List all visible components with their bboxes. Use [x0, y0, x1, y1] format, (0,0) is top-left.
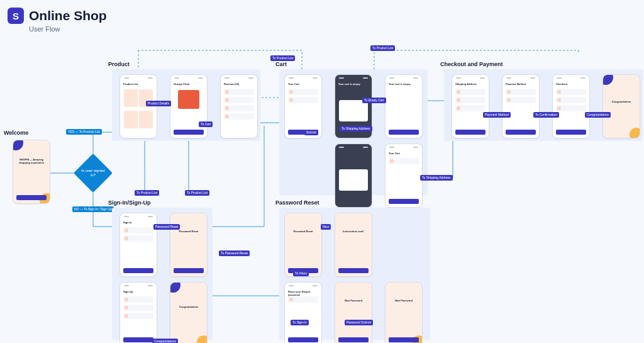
- instructions-title: Instructions sent!: [338, 230, 369, 233]
- cart-empty-title2: Your cart is empty: [389, 82, 419, 86]
- reviews-title: Reviews (16): [224, 82, 254, 86]
- edge-to-shipping: To Shipping Address: [340, 126, 372, 132]
- signup-done-title: Congratulations: [174, 305, 204, 308]
- splash-title: SHOPIN — Amazing shopping experience: [16, 158, 47, 164]
- section-cart-label: Cart: [275, 61, 287, 67]
- edge-submit: Submit: [304, 130, 318, 135]
- edge-payment-method: Payment Method: [483, 112, 511, 118]
- screen-instructions[interactable]: Instructions sent!: [335, 213, 372, 277]
- screen-new-pw[interactable]: New Password: [335, 282, 372, 343]
- edge-to-prodlist-signin: To Product List: [135, 190, 159, 196]
- shipping-title: Shipping Address: [455, 82, 486, 86]
- edge-no-signin: NO — To Sign-In / Sign Up: [72, 206, 114, 212]
- payment-title: Payment Method: [506, 82, 536, 86]
- cart-empty-title: Your cart is empty: [338, 82, 369, 86]
- new-pw-title: New Password: [338, 299, 369, 302]
- edge-to-signin: To Sign-In: [291, 320, 309, 325]
- edge-congrats-signup: Congratulations: [152, 339, 178, 343]
- screen-checkout[interactable]: Checkout: [552, 74, 590, 138]
- product-list-title: Product List: [123, 82, 153, 86]
- edge-pw-reset: Password Reset: [153, 224, 180, 230]
- screen-product-detail[interactable]: Orange Chair: [170, 74, 208, 138]
- edge-to-shipping2: To Shipping Address: [420, 175, 453, 181]
- screen-cart-summary[interactable]: Your Cart: [385, 143, 423, 208]
- section-pwreset-label: Password Reset: [275, 200, 319, 206]
- screen-pw-reset-prompt[interactable]: Password Reset: [170, 213, 208, 277]
- screen-shipping[interactable]: Shipping Address: [452, 74, 489, 138]
- edge-pw-submit: Password Submit: [345, 320, 373, 325]
- screen-cart[interactable]: Your Cart: [284, 74, 322, 138]
- screen-pw-reset[interactable]: Password Reset: [284, 213, 322, 277]
- screen-payment[interactable]: Payment Method: [502, 74, 540, 138]
- edge-confirmation: To Confirmation: [533, 112, 559, 118]
- screen-congrats[interactable]: Congratulations: [602, 74, 640, 138]
- pw-reset-title2: Password Reset: [288, 230, 318, 233]
- edge-to-prodlist-pw: To Product List: [185, 190, 209, 196]
- section-welcome-label: Welcome: [4, 130, 28, 136]
- screen-cart-modal2[interactable]: [335, 143, 372, 208]
- screen-new-pw-done[interactable]: New Password: [385, 282, 423, 343]
- decision-label: Is user signed in?: [79, 159, 107, 187]
- pwreset-title: Password Reset: [174, 230, 204, 233]
- screen-splash[interactable]: SHOPIN — Amazing shopping experience: [13, 140, 50, 204]
- section-checkout-label: Checkout and Payment: [440, 61, 503, 67]
- checkout-title: Checkout: [556, 82, 586, 86]
- congrats-title: Congratulations: [606, 100, 636, 103]
- cart-title2: Your Cart: [389, 152, 419, 155]
- edge-product-details: Product Details: [146, 101, 171, 106]
- decision-signed-in[interactable]: Is user signed in?: [74, 154, 113, 193]
- screen-cart-empty[interactable]: Your cart is empty: [385, 74, 423, 138]
- screen-signin[interactable]: Sign In: [119, 213, 157, 277]
- screen-product-list[interactable]: Product List: [119, 74, 157, 138]
- product-detail-title: Orange Chair: [174, 82, 204, 86]
- logo-icon: S: [8, 8, 24, 24]
- screen-inbox[interactable]: Reset your Shopin password: [284, 282, 322, 343]
- new-pw-done-title: New Password: [389, 299, 419, 302]
- edge-yes-product: YES — To Product List: [66, 129, 102, 135]
- app-logo: S Online Shop: [8, 8, 107, 24]
- signin-title: Sign In: [123, 221, 153, 224]
- cart-title: Your Cart: [288, 82, 318, 86]
- edge-next: Next: [321, 224, 331, 230]
- edge-to-pw-reset: To Password Reset: [219, 250, 250, 256]
- edge-to-inbox: To Inbox: [293, 271, 309, 276]
- app-title: Online Shop: [29, 8, 107, 23]
- inbox-title: Reset your Shopin password: [288, 290, 318, 296]
- edge-empty-cart: To Empty Cart: [362, 98, 386, 103]
- edge-congrats: Congratulations: [585, 112, 611, 118]
- edge-to-cart: To Cart: [199, 121, 213, 127]
- screen-reviews[interactable]: Reviews (16): [220, 74, 258, 138]
- edge-to-product-list2: To Product List: [370, 45, 395, 51]
- section-signin-label: Sign-In/Sign-Up: [108, 200, 151, 206]
- signup-title: Sign Up: [123, 290, 153, 293]
- flow-canvas[interactable]: Welcome SHOPIN — Amazing shopping experi…: [0, 38, 644, 343]
- screen-signup[interactable]: Sign Up: [119, 282, 157, 343]
- app-subtitle: User Flow: [29, 25, 60, 33]
- screen-signup-done[interactable]: Congratulations: [170, 282, 208, 343]
- section-product-label: Product: [108, 61, 130, 67]
- edge-to-product-list-top: To Product List: [270, 55, 295, 61]
